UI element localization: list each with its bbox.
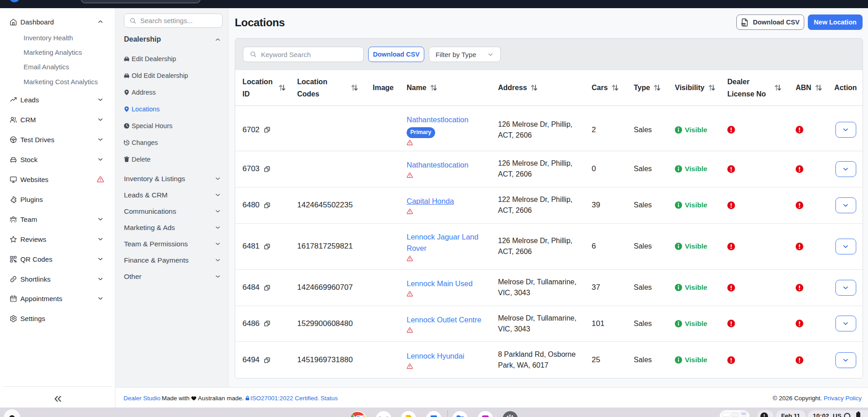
svg-text:CSV: CSV [742, 23, 746, 25]
